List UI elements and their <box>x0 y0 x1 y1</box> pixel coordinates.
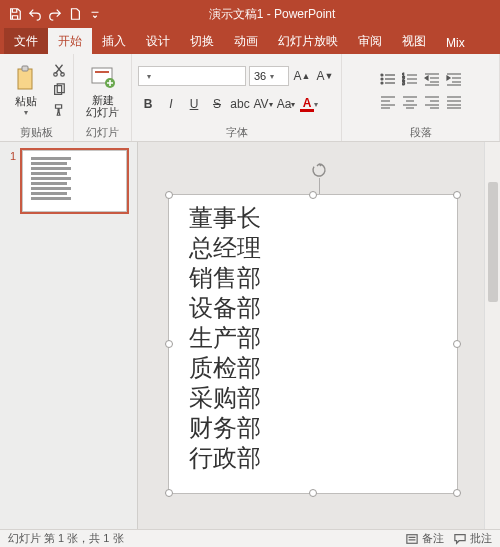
notes-label: 备注 <box>422 531 444 546</box>
text-content[interactable]: 董事长总经理销售部设备部生产部质检部采购部财务部行政部 <box>169 195 457 481</box>
redo-icon[interactable] <box>46 5 64 23</box>
resize-handle[interactable] <box>453 340 461 348</box>
numbering-icon[interactable]: 123 <box>400 70 420 88</box>
tab-review[interactable]: 审阅 <box>348 28 392 54</box>
slide-thumbnail-1[interactable] <box>22 150 127 212</box>
bullets-icon[interactable] <box>378 70 398 88</box>
notes-button[interactable]: 备注 <box>406 531 444 546</box>
svg-point-10 <box>381 78 383 80</box>
svg-point-9 <box>381 74 383 76</box>
align-center-icon[interactable] <box>400 93 420 111</box>
new-slide-button[interactable]: 新建 幻灯片 <box>83 57 123 123</box>
tab-slideshow[interactable]: 幻灯片放映 <box>268 28 348 54</box>
comments-button[interactable]: 批注 <box>454 531 492 546</box>
resize-handle[interactable] <box>309 489 317 497</box>
resize-handle[interactable] <box>165 489 173 497</box>
text-shadow-button[interactable]: abc <box>230 94 250 114</box>
ribbon: 粘贴 ▾ 剪贴板 新建 幻灯片 幻灯片 ▾ 36▾ A▲ <box>0 54 500 142</box>
paragraph-group-label: 段落 <box>410 123 432 140</box>
title-bar: 演示文稿1 - PowerPoint <box>0 0 500 28</box>
character-spacing-button[interactable]: AV▾ <box>253 94 273 114</box>
bold-button[interactable]: B <box>138 94 158 114</box>
font-color-button[interactable]: A▾ <box>299 94 319 114</box>
group-paragraph: 123 段落 <box>342 54 500 141</box>
chevron-down-icon: ▾ <box>147 72 151 81</box>
text-line: 设备部 <box>189 293 437 323</box>
window-title: 演示文稿1 - PowerPoint <box>104 6 440 23</box>
tab-view[interactable]: 视图 <box>392 28 436 54</box>
scrollbar-thumb[interactable] <box>488 182 498 302</box>
thumbnail-number: 1 <box>10 150 16 212</box>
new-file-icon[interactable] <box>66 5 84 23</box>
increase-font-icon[interactable]: A▲ <box>292 66 312 86</box>
svg-point-11 <box>381 82 383 84</box>
font-name-combo[interactable]: ▾ <box>138 66 246 86</box>
quick-access-toolbar <box>0 5 104 23</box>
vertical-scrollbar[interactable] <box>484 142 500 529</box>
text-line: 质检部 <box>189 353 437 383</box>
undo-icon[interactable] <box>26 5 44 23</box>
font-size-value: 36 <box>254 70 266 82</box>
font-size-combo[interactable]: 36▾ <box>249 66 289 86</box>
svg-rect-15 <box>407 534 417 543</box>
svg-rect-1 <box>22 66 28 71</box>
text-line: 总经理 <box>189 233 437 263</box>
decrease-font-icon[interactable]: A▼ <box>315 66 335 86</box>
new-slide-label: 新建 幻灯片 <box>86 94 119 118</box>
align-right-icon[interactable] <box>422 93 442 111</box>
italic-button[interactable]: I <box>161 94 181 114</box>
text-line: 董事长 <box>189 203 437 233</box>
justify-icon[interactable] <box>444 93 464 111</box>
text-box[interactable]: 董事长总经理销售部设备部生产部质检部采购部财务部行政部 <box>168 194 458 494</box>
text-line: 采购部 <box>189 383 437 413</box>
group-slides: 新建 幻灯片 幻灯片 <box>74 54 132 141</box>
group-font: ▾ 36▾ A▲ A▼ B I U S abc AV▾ Aa▾ A▾ 字体 <box>132 54 342 141</box>
tab-insert[interactable]: 插入 <box>92 28 136 54</box>
ribbon-tabs: 文件 开始 插入 设计 切换 动画 幻灯片放映 审阅 视图 Mix <box>0 28 500 54</box>
decrease-indent-icon[interactable] <box>422 70 442 88</box>
clipboard-group-label: 剪贴板 <box>20 123 53 140</box>
qat-dropdown-icon[interactable] <box>86 5 104 23</box>
svg-text:3: 3 <box>402 80 405 86</box>
svg-point-2 <box>53 73 57 77</box>
paste-label: 粘贴 <box>15 95 37 107</box>
slide-canvas[interactable]: 董事长总经理销售部设备部生产部质检部采购部财务部行政部 <box>138 142 500 529</box>
resize-handle[interactable] <box>309 191 317 199</box>
save-icon[interactable] <box>6 5 24 23</box>
chevron-down-icon: ▾ <box>270 72 274 81</box>
tab-mix[interactable]: Mix <box>436 31 475 54</box>
tab-home[interactable]: 开始 <box>48 28 92 54</box>
font-group-label: 字体 <box>226 123 248 140</box>
work-area: 1 董事长总经理销售部设备部生产部质检部采购部财务部行政部 <box>0 142 500 529</box>
text-line: 销售部 <box>189 263 437 293</box>
resize-handle[interactable] <box>165 340 173 348</box>
format-painter-icon[interactable] <box>50 101 68 119</box>
status-bar: 幻灯片 第 1 张，共 1 张 备注 批注 <box>0 529 500 547</box>
text-line: 行政部 <box>189 443 437 473</box>
svg-rect-7 <box>95 71 109 73</box>
align-left-icon[interactable] <box>378 93 398 111</box>
underline-button[interactable]: U <box>184 94 204 114</box>
rotation-handle-line <box>319 178 320 194</box>
strikethrough-button[interactable]: S <box>207 94 227 114</box>
resize-handle[interactable] <box>453 191 461 199</box>
tab-transitions[interactable]: 切换 <box>180 28 224 54</box>
slide-count-label: 幻灯片 第 1 张，共 1 张 <box>8 531 124 546</box>
tab-file[interactable]: 文件 <box>4 28 48 54</box>
tab-design[interactable]: 设计 <box>136 28 180 54</box>
slides-group-label: 幻灯片 <box>86 123 119 140</box>
svg-rect-0 <box>18 69 32 89</box>
cut-icon[interactable] <box>50 61 68 79</box>
svg-point-3 <box>60 73 64 77</box>
comments-label: 批注 <box>470 531 492 546</box>
slide-thumbnails-panel: 1 <box>0 142 138 529</box>
increase-indent-icon[interactable] <box>444 70 464 88</box>
resize-handle[interactable] <box>165 191 173 199</box>
paste-button[interactable]: 粘贴 ▾ <box>6 57 46 123</box>
group-clipboard: 粘贴 ▾ 剪贴板 <box>0 54 74 141</box>
copy-icon[interactable] <box>50 81 68 99</box>
resize-handle[interactable] <box>453 489 461 497</box>
tab-animations[interactable]: 动画 <box>224 28 268 54</box>
change-case-button[interactable]: Aa▾ <box>276 94 296 114</box>
text-line: 财务部 <box>189 413 437 443</box>
